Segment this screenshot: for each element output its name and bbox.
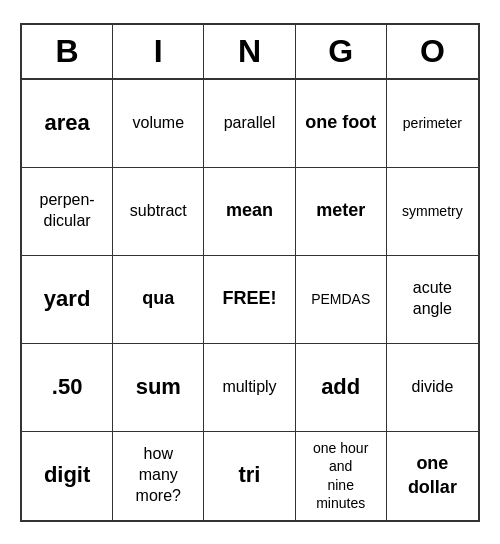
cell-text: PEMDAS [311,290,370,308]
header-letter: B [22,25,113,78]
cell-text: perimeter [403,114,462,132]
bingo-cell[interactable]: area [22,80,113,168]
bingo-cell[interactable]: divide [387,344,478,432]
header-letter: N [204,25,295,78]
cell-text: one foot [305,111,376,134]
cell-text: sum [136,373,181,402]
header-letter: I [113,25,204,78]
bingo-cell[interactable]: qua [113,256,204,344]
bingo-cell[interactable]: how many more? [113,432,204,520]
cell-text: how many more? [136,444,181,506]
bingo-cell[interactable]: FREE! [204,256,295,344]
cell-text: meter [316,199,365,222]
bingo-cell[interactable]: PEMDAS [296,256,387,344]
cell-text: one hour and nine minutes [313,439,368,512]
cell-text: parallel [224,113,276,134]
cell-text: add [321,373,360,402]
cell-text: volume [133,113,185,134]
cell-text: one dollar [408,452,457,499]
bingo-cell[interactable]: volume [113,80,204,168]
bingo-cell[interactable]: perpen- dicular [22,168,113,256]
bingo-cell[interactable]: one foot [296,80,387,168]
header-letter: G [296,25,387,78]
cell-text: tri [238,461,260,490]
cell-text: area [44,109,89,138]
bingo-cell[interactable]: one dollar [387,432,478,520]
cell-text: perpen- dicular [40,190,95,232]
header-letter: O [387,25,478,78]
cell-text: divide [411,377,453,398]
bingo-cell[interactable]: perimeter [387,80,478,168]
bingo-cell[interactable]: acute angle [387,256,478,344]
cell-text: symmetry [402,202,463,220]
bingo-card: BINGO areavolumeparallelone footperimete… [20,23,480,522]
cell-text: qua [142,287,174,310]
bingo-cell[interactable]: subtract [113,168,204,256]
bingo-grid: areavolumeparallelone footperimeterperpe… [22,80,478,520]
bingo-cell[interactable]: tri [204,432,295,520]
cell-text: subtract [130,201,187,222]
bingo-cell[interactable]: yard [22,256,113,344]
bingo-header: BINGO [22,25,478,80]
bingo-cell[interactable]: sum [113,344,204,432]
cell-text: FREE! [222,287,276,310]
bingo-cell[interactable]: meter [296,168,387,256]
bingo-cell[interactable]: mean [204,168,295,256]
bingo-cell[interactable]: .50 [22,344,113,432]
cell-text: multiply [222,377,276,398]
bingo-cell[interactable]: add [296,344,387,432]
cell-text: digit [44,461,90,490]
bingo-cell[interactable]: parallel [204,80,295,168]
cell-text: .50 [52,373,83,402]
bingo-cell[interactable]: digit [22,432,113,520]
cell-text: acute angle [413,278,452,320]
bingo-cell[interactable]: symmetry [387,168,478,256]
bingo-cell[interactable]: one hour and nine minutes [296,432,387,520]
bingo-cell[interactable]: multiply [204,344,295,432]
cell-text: yard [44,285,90,314]
cell-text: mean [226,199,273,222]
